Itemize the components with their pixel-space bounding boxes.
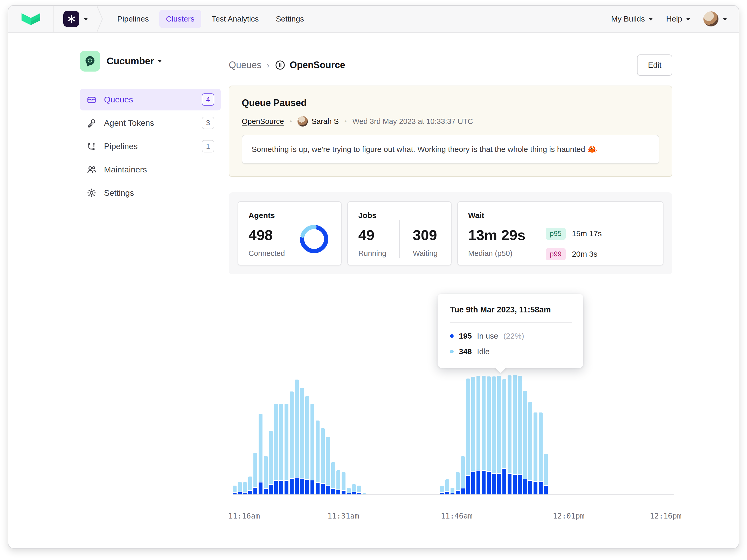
bar[interactable] xyxy=(352,484,356,495)
bar[interactable] xyxy=(300,388,304,494)
chart-bars[interactable] xyxy=(233,374,674,495)
bar[interactable] xyxy=(529,402,532,494)
bar[interactable] xyxy=(518,376,522,494)
bar[interactable] xyxy=(523,391,527,495)
jobs-running-count: 49 xyxy=(358,226,386,243)
bar-segment-in-use xyxy=(539,482,543,494)
tooltip-idle-row: 348 Idle xyxy=(450,347,572,356)
bar[interactable] xyxy=(487,376,491,495)
buildkite-logo-icon xyxy=(21,12,41,26)
bar[interactable] xyxy=(508,375,512,495)
bar-segment-in-use xyxy=(279,481,283,495)
bar[interactable] xyxy=(476,376,480,494)
bar[interactable] xyxy=(326,437,330,494)
bar-segment-idle xyxy=(523,391,527,479)
bar[interactable] xyxy=(445,479,449,495)
bar[interactable] xyxy=(243,482,247,495)
cluster-switcher[interactable]: Cucumber xyxy=(80,51,221,72)
bar-segment-idle xyxy=(274,404,278,480)
jobs-waiting-label: Waiting xyxy=(413,249,438,258)
organization-switcher[interactable] xyxy=(54,6,96,32)
bar-segment-idle xyxy=(456,472,460,490)
in-use-label: In use xyxy=(477,331,498,340)
nav-settings[interactable]: Settings xyxy=(269,10,311,28)
breadcrumb-chevron-divider xyxy=(96,5,103,32)
bar[interactable] xyxy=(279,404,283,495)
bar[interactable] xyxy=(342,472,345,494)
bar[interactable] xyxy=(357,486,361,494)
bar[interactable] xyxy=(290,392,293,494)
my-builds-menu[interactable]: My Builds xyxy=(611,15,653,23)
cucumber-icon xyxy=(80,51,100,72)
primary-nav: Pipelines Clusters Test Analytics Settin… xyxy=(110,10,311,28)
wait-median: 13m 29s Median (p50) xyxy=(468,220,525,260)
buildkite-logo[interactable] xyxy=(8,6,54,32)
help-menu[interactable]: Help xyxy=(666,15,691,23)
sidebar-item-queues[interactable]: Queues 4 xyxy=(80,89,221,110)
bar-segment-idle xyxy=(544,454,548,485)
bar-segment-in-use xyxy=(300,479,304,494)
bar[interactable] xyxy=(264,456,268,494)
bar[interactable] xyxy=(539,412,543,495)
jobs-running: 49 Running xyxy=(358,220,399,258)
bar[interactable] xyxy=(471,377,475,494)
chevron-down-icon xyxy=(723,18,727,21)
bar[interactable] xyxy=(331,462,335,494)
nav-test-analytics[interactable]: Test Analytics xyxy=(205,10,265,28)
bar[interactable] xyxy=(248,477,252,494)
bar-hovered[interactable] xyxy=(503,379,506,495)
cluster-name: Cucumber xyxy=(107,56,154,66)
bar[interactable] xyxy=(310,404,314,495)
bar-segment-idle xyxy=(476,376,480,470)
nav-clusters[interactable]: Clusters xyxy=(159,10,201,28)
idle-ring-icon xyxy=(450,350,454,353)
edit-button[interactable]: Edit xyxy=(637,54,672,76)
bar[interactable] xyxy=(336,470,340,495)
bar[interactable] xyxy=(274,404,278,495)
bar-segment-in-use xyxy=(518,475,522,494)
tooltip-divider xyxy=(450,322,572,323)
bar-segment-idle xyxy=(326,437,330,485)
x-axis-tick-label: 11:31am xyxy=(328,511,359,520)
bar[interactable] xyxy=(347,488,351,495)
bar[interactable] xyxy=(482,376,486,494)
idle-value: 348 xyxy=(459,347,472,356)
bar-segment-in-use xyxy=(310,480,314,495)
sidebar-item-settings[interactable]: Settings xyxy=(80,182,221,204)
bar[interactable] xyxy=(534,412,537,495)
bar[interactable] xyxy=(316,421,319,495)
sidebar-item-pipelines[interactable]: Pipelines 1 xyxy=(80,135,221,157)
bar[interactable] xyxy=(321,428,325,495)
bar[interactable] xyxy=(461,456,465,494)
sidebar-item-maintainers[interactable]: Maintainers xyxy=(80,159,221,181)
bar-segment-in-use xyxy=(523,479,527,495)
bar[interactable] xyxy=(259,414,262,495)
bar[interactable] xyxy=(497,376,501,494)
bar[interactable] xyxy=(295,379,299,495)
bar[interactable] xyxy=(450,488,455,495)
author-name: Sarah S xyxy=(311,117,339,126)
sidebar-item-agent-tokens[interactable]: Agent Tokens 3 xyxy=(80,112,221,134)
bar[interactable] xyxy=(305,396,309,494)
sidebar-item-label: Queues xyxy=(104,95,133,105)
bar[interactable] xyxy=(513,375,517,494)
banner-queue-link[interactable]: OpenSource xyxy=(242,117,284,126)
bar[interactable] xyxy=(456,472,460,494)
sidebar-item-label: Pipelines xyxy=(104,141,138,151)
bar-segment-in-use xyxy=(305,480,309,495)
breadcrumb-queues-link[interactable]: Queues xyxy=(229,60,261,71)
bar[interactable] xyxy=(269,431,273,495)
bar[interactable] xyxy=(285,404,288,495)
author-avatar xyxy=(298,116,308,127)
user-menu[interactable] xyxy=(703,11,727,26)
bar-segment-in-use xyxy=(529,481,532,494)
bar[interactable] xyxy=(466,378,470,495)
bar[interactable] xyxy=(440,486,444,494)
bar[interactable] xyxy=(233,486,236,495)
bar[interactable] xyxy=(544,454,548,494)
nav-pipelines[interactable]: Pipelines xyxy=(110,10,156,28)
bar-segment-in-use xyxy=(259,482,262,495)
bar[interactable] xyxy=(253,453,257,495)
bar[interactable] xyxy=(492,376,496,495)
bar[interactable] xyxy=(238,482,242,495)
